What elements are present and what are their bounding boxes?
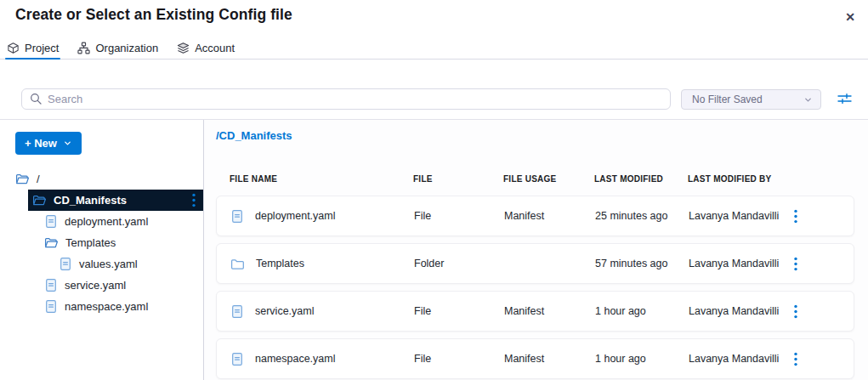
kebab-menu-icon[interactable] [791,207,801,225]
column-header: LAST MODIFIED [594,174,688,184]
table-row[interactable]: namespace.yamlFileManifest1 hour agoLava… [216,338,854,379]
file-icon [230,209,244,224]
filter-settings-icon[interactable] [835,90,854,107]
tree-item-label: / [37,173,40,185]
file-icon [44,299,58,314]
file-icon [230,304,244,319]
row-file-type: Folder [414,258,504,269]
content-area: + New /CD_Manifestsdeployment.yamlTempla… [0,119,868,380]
tree-item-templates[interactable]: Templates [0,232,203,253]
row-last-modified-by: Lavanya Mandavilli [689,258,791,269]
scope-tabs: ProjectOrganizationAccount [0,37,868,60]
row-last-modified: 57 minutes ago [595,258,689,269]
kebab-menu-icon[interactable] [192,193,196,207]
kebab-menu-icon[interactable] [791,255,801,273]
tab-label: Account [195,42,235,54]
file-icon [44,278,58,292]
folder-open-icon [15,173,30,185]
config-file-dialog: Create or Select an Existing Config file… [0,0,868,380]
tree-item-label: Templates [65,236,116,249]
tree-item-[interactable]: / [0,168,203,190]
row-file-usage: Manifest [504,353,595,365]
file-tree: /CD_Manifestsdeployment.yamlTemplatesval… [0,168,203,317]
chevron-down-icon [803,95,813,105]
row-file-type: File [414,353,504,365]
tab-organization[interactable]: Organization [77,37,158,59]
search-box [21,88,671,110]
file-tree-sidebar: + New /CD_Manifestsdeployment.yamlTempla… [0,120,204,380]
breadcrumb[interactable]: /CD_Manifests [216,129,292,142]
search-input[interactable] [21,88,671,110]
row-file-usage: Manifest [504,305,595,317]
table-header: FILE NAMEFILEFILE USAGELAST MODIFIEDLAST… [216,174,854,184]
search-icon [29,92,43,109]
folder-icon [230,258,245,270]
row-last-modified: 1 hour ago [595,305,689,317]
tree-item-deployment-yaml[interactable]: deployment.yaml [0,211,203,232]
row-last-modified-by: Lavanya Mandavilli [689,305,791,317]
page-title: Create or Select an Existing Config file [15,6,292,24]
row-last-modified: 1 hour ago [595,353,689,365]
tree-item-label: service.yaml [65,279,126,292]
folder-open-icon [44,236,59,249]
row-file-name: service.yaml [255,305,314,317]
file-list-panel: /CD_Manifests FILE NAMEFILEFILE USAGELAS… [204,120,868,380]
kebab-menu-icon[interactable] [791,303,801,320]
tree-item-label: namespace.yaml [65,300,148,313]
file-icon [44,214,58,229]
column-header: FILE USAGE [503,174,594,184]
tab-label: Organization [95,42,158,54]
row-file-type: File [414,210,504,222]
row-file-name: deployment.yaml [255,210,336,222]
filter-dropdown[interactable]: No Filter Saved [681,89,821,110]
row-last-modified: 25 minutes ago [595,210,689,222]
close-icon[interactable]: ✕ [841,8,859,26]
filter-dropdown-value: No Filter Saved [692,94,763,105]
tree-item-values-yaml[interactable]: values.yaml [0,253,203,275]
column-header: FILE NAME [230,174,413,184]
file-icon [230,352,244,366]
table-body: deployment.yamlFileManifest25 minutes ag… [216,196,854,380]
tree-item-cd-manifests[interactable]: CD_Manifests [28,190,203,211]
column-header: LAST MODIFIED BY [688,174,790,184]
tree-item-service-yaml[interactable]: service.yaml [0,275,203,296]
tab-account[interactable]: Account [177,37,235,59]
row-file-type: File [414,305,504,317]
new-button-label: + New [25,137,57,150]
tree-item-label: CD_Manifests [54,194,127,207]
kebab-menu-icon[interactable] [791,350,801,368]
tab-label: Project [25,42,59,54]
file-icon [59,257,72,271]
tab-project[interactable]: Project [7,37,59,59]
row-last-modified-by: Lavanya Mandavilli [689,353,791,365]
hierarchy-icon [77,42,90,54]
tree-item-namespace-yaml[interactable]: namespace.yaml [0,296,203,317]
new-button[interactable]: + New [15,132,82,155]
cube-icon [7,42,20,54]
row-file-usage: Manifest [504,210,595,222]
table-row[interactable]: deployment.yamlFileManifest25 minutes ag… [216,196,854,236]
table-row[interactable]: service.yamlFileManifest1 hour agoLavany… [216,291,854,332]
table-row[interactable]: TemplatesFolder57 minutes agoLavanya Man… [216,243,854,284]
row-file-name: Templates [256,258,304,269]
layers-icon [177,42,190,54]
column-header: FILE [413,174,503,184]
row-last-modified-by: Lavanya Mandavilli [689,210,791,222]
folder-open-icon [32,194,47,207]
chevron-down-icon [63,139,72,148]
row-file-name: namespace.yaml [255,353,336,365]
tree-item-label: values.yaml [79,258,138,270]
tree-item-label: deployment.yaml [65,215,148,228]
